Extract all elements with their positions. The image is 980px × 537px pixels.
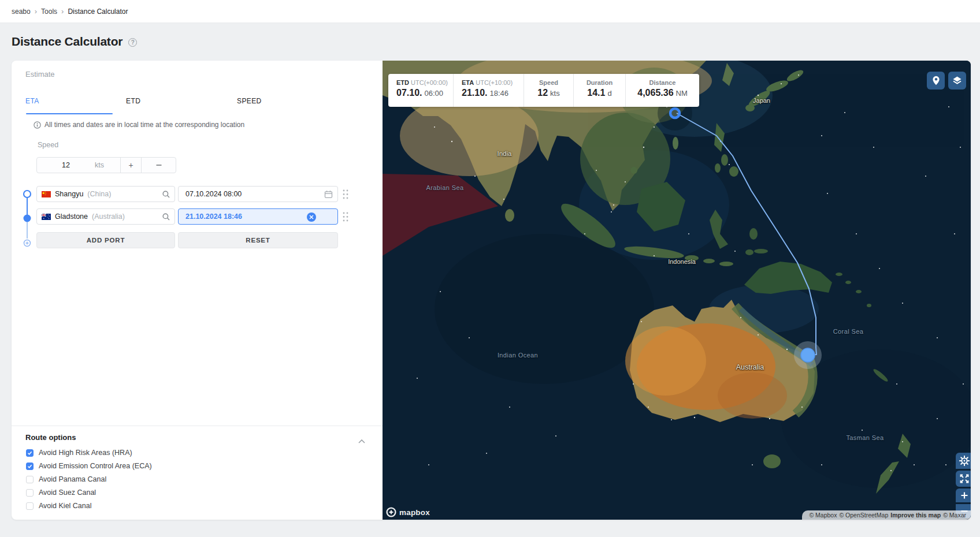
speed-increase-button[interactable]: + [120,158,141,173]
summary-cell-etd: ETD UTC(+00:00)07.10.06:00 [388,74,454,107]
summary-label: Distance [626,79,699,86]
route-option-row[interactable]: Avoid Suez Canal [26,488,152,497]
check-icon [27,463,33,470]
checkbox-unchecked[interactable] [26,502,34,510]
summary-value: 4,065.36NM [626,88,699,98]
route-option-row[interactable]: Avoid Emission Control Area (ECA) [26,462,152,470]
summary-label: ETA UTC(+10:00) [462,79,524,86]
summary-value: 21.10.18:46 [462,88,524,98]
route-options-title: Route options [25,433,76,442]
destination-port-input[interactable]: Gladstone (Australia) [36,208,175,225]
map-layers-button[interactable] [948,72,966,90]
mapbox-icon [386,507,396,517]
mapbox-logo[interactable]: mapbox [386,507,430,517]
route-option-row[interactable]: Avoid High Risk Areas (HRA) [26,449,152,457]
route-option-label: Avoid Suez Canal [39,488,96,497]
port-row-origin: Shangyu (China) 07.10.2024 08:00 [12,186,383,202]
help-icon[interactable]: ? [128,38,137,47]
summary-label: ETD UTC(+00:00) [396,79,453,86]
drag-handle[interactable] [342,189,349,200]
checkbox-unchecked[interactable] [26,489,34,497]
notice-text: All times and dates are in local time at… [44,121,244,129]
map-geography [383,61,971,520]
summary-value: 14.1d [574,88,625,98]
map-settings-button[interactable] [956,453,971,469]
summary-value: 07.10.06:00 [396,88,453,98]
checkbox-checked[interactable] [26,463,34,470]
summary-value: 12kts [524,88,573,98]
route-option-label: Avoid Kiel Canal [39,502,92,510]
estimate-form: Estimate ETA ETD SPEED All times and dat… [12,61,383,520]
speed-decrease-button[interactable] [141,158,176,173]
fullscreen-button[interactable] [956,471,971,487]
search-icon [162,213,170,221]
destination-datetime-value: 21.10.2024 18:46 [185,212,242,221]
search-icon [162,191,170,198]
route-option-label: Avoid High Risk Areas (HRA) [39,449,132,457]
route-option-row[interactable]: Avoid Kiel Canal [26,502,152,510]
attribution-osm-link[interactable]: © OpenStreetMap [839,512,888,519]
chevron-up-icon [358,435,365,446]
route-options-list: Avoid High Risk Areas (HRA)Avoid Emissio… [26,449,152,515]
breadcrumb-separator-icon: › [61,7,64,16]
route-options-divider [12,426,383,426]
estimate-label: Estimate [25,70,55,79]
speed-unit-label: kts [95,158,120,173]
mapbox-wordmark: mapbox [399,508,430,517]
summary-label: Duration [574,79,625,86]
origin-map-marker [670,109,680,118]
summary-label: Speed [524,79,573,86]
map-canvas[interactable]: ETD UTC(+00:00)07.10.06:00ETA UTC(+10:00… [383,61,971,520]
local-time-notice: All times and dates are in local time at… [34,121,244,129]
origin-port-input[interactable]: Shangyu (China) [36,186,175,202]
route-summary-bar: ETD UTC(+00:00)07.10.06:00ETA UTC(+10:00… [388,74,699,107]
origin-datetime-value: 07.10.2024 08:00 [185,190,242,198]
calendar-icon [324,190,333,200]
check-icon [27,449,33,457]
distance-calculator-card: Estimate ETA ETD SPEED All times and dat… [12,61,971,520]
port-row-destination: Gladstone (Australia) 21.10.2024 18:46 [12,208,383,225]
settings-gear-icon [959,456,970,466]
improve-map-link[interactable]: Improve this map [890,512,941,519]
origin-port-country: (China) [87,190,111,198]
attribution-maxar-link[interactable]: © Maxar [943,512,966,519]
summary-cell-duration: Duration14.1d [574,74,626,107]
tab-eta[interactable]: ETA [25,97,118,110]
top-bar: seabo › Tools › Distance Calculator [0,0,980,23]
route-option-label: Avoid Panama Canal [39,475,106,483]
page-title: Distance Calculator [12,35,122,49]
australia-flag-icon [42,214,51,220]
plus-icon [960,491,968,499]
reset-button[interactable]: RESET [178,232,338,248]
destination-map-marker [801,348,815,362]
origin-port-name: Shangyu [55,190,83,198]
route-option-label: Avoid Emission Control Area (ECA) [39,462,152,470]
destination-datetime-input[interactable]: 21.10.2024 18:46 [178,208,338,225]
tab-speed[interactable]: SPEED [237,97,329,110]
add-port-button[interactable]: ADD PORT [36,232,175,248]
zoom-in-button[interactable] [956,488,971,502]
tab-etd[interactable]: ETD [126,97,218,110]
breadcrumb-seabo[interactable]: seabo [12,8,31,16]
destination-port-name: Gladstone [55,212,88,221]
title-row: Distance Calculator ? [12,35,137,49]
breadcrumb-tools[interactable]: Tools [41,8,57,16]
active-tab-underline [26,113,113,114]
add-waypoint-icon [24,240,31,247]
summary-cell-distance: Distance4,065.36NM [626,74,699,107]
route-option-row[interactable]: Avoid Panama Canal [26,475,152,483]
checkbox-unchecked[interactable] [26,476,34,483]
summary-cell-eta: ETA UTC(+10:00)21.10.18:46 [454,74,524,107]
drag-handle[interactable] [342,211,349,222]
origin-datetime-input[interactable]: 07.10.2024 08:00 [178,186,338,202]
layers-icon [952,76,962,85]
fullscreen-icon [959,473,970,484]
destination-port-country: (Australia) [92,212,125,221]
checkbox-checked[interactable] [26,449,34,457]
route-options-header[interactable]: Route options [12,430,383,445]
speed-value-input[interactable]: 12 [37,158,95,173]
attribution-mapbox-link[interactable]: © Mapbox [809,512,837,519]
location-pin-icon [932,76,940,85]
clear-datetime-button[interactable] [307,212,316,222]
show-ports-button[interactable] [927,72,945,90]
